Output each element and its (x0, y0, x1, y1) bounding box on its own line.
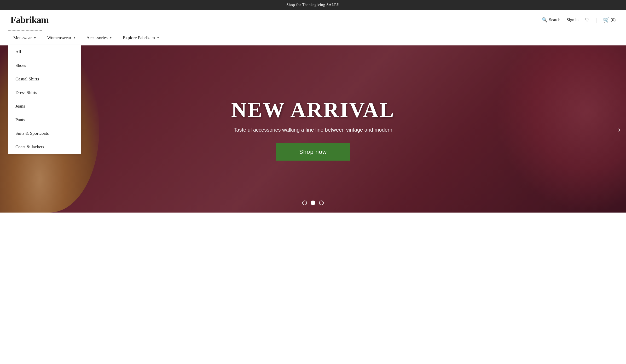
hero-section: NEW ARRIVAL Tasteful accessories walking… (0, 45, 626, 213)
hero-decoration-right (495, 45, 626, 213)
menswear-dropdown: All Shoes Casual Shirts Dress Shirts Jea… (8, 45, 81, 154)
chevron-down-icon: ▼ (73, 36, 76, 40)
nav-item-accessories[interactable]: Accessories ▼ (81, 31, 118, 45)
carousel-dot-1[interactable] (302, 201, 307, 205)
carousel-next-arrow[interactable]: › (618, 124, 621, 134)
cart-icon: 🛒 (603, 17, 610, 23)
nav-accessories-label: Accessories (86, 35, 108, 40)
nav-item-menswear[interactable]: Menswear ▼ (8, 30, 42, 45)
nav-explore-label: Explore Fabrikam (123, 35, 155, 40)
main-nav: Menswear ▼ All Shoes Casual Shirts Dress… (0, 30, 626, 45)
carousel-dot-2[interactable] (311, 201, 315, 205)
nav-menswear-label: Menswear (13, 35, 32, 40)
banner-text: Shop for Thanksgiving SALE!! (286, 3, 339, 7)
dropdown-item-jeans[interactable]: Jeans (8, 99, 81, 113)
chevron-down-icon: ▼ (109, 36, 112, 40)
nav-item-explore[interactable]: Explore Fabrikam ▼ (118, 31, 165, 45)
search-link[interactable]: 🔍 Search (542, 17, 560, 23)
dropdown-item-shoes[interactable]: Shoes (8, 59, 81, 72)
dropdown-item-casual-shirts[interactable]: Casual Shirts (8, 72, 81, 86)
search-label: Search (549, 17, 560, 22)
dropdown-item-coats[interactable]: Coats & Jackets (8, 140, 81, 154)
header: Fabrikam 🔍 Search Sign in ♡ | 🛒 (0) (0, 10, 626, 30)
site-logo[interactable]: Fabrikam (10, 14, 49, 25)
nav-item-womenswear[interactable]: Womenswear ▼ (42, 31, 81, 45)
chevron-down-icon: ▼ (33, 36, 37, 40)
search-icon: 🔍 (542, 17, 547, 23)
cart-count: (0) (611, 17, 616, 22)
hero-subtitle: Tasteful accessories walking a fine line… (231, 127, 395, 133)
chevron-down-icon: ▼ (156, 36, 160, 40)
dropdown-item-suits[interactable]: Suits & Sportcoats (8, 127, 81, 140)
carousel-dot-3[interactable] (319, 201, 324, 205)
header-actions: 🔍 Search Sign in ♡ | 🛒 (0) (542, 17, 616, 23)
dropdown-item-pants[interactable]: Pants (8, 113, 81, 127)
dropdown-item-all[interactable]: All (8, 45, 81, 59)
cart-link[interactable]: 🛒 (0) (603, 17, 616, 23)
carousel-dots (302, 201, 324, 205)
dropdown-item-dress-shirts[interactable]: Dress Shirts (8, 86, 81, 99)
hero-content: NEW ARRIVAL Tasteful accessories walking… (231, 98, 395, 161)
wishlist-icon[interactable]: ♡ (585, 17, 589, 23)
divider: | (596, 17, 597, 23)
nav-menswear-wrapper: Menswear ▼ All Shoes Casual Shirts Dress… (8, 30, 42, 45)
sign-in-link[interactable]: Sign in (567, 17, 579, 22)
hero-title: NEW ARRIVAL (231, 98, 395, 122)
top-banner: Shop for Thanksgiving SALE!! (0, 0, 626, 10)
nav-womenswear-label: Womenswear (47, 35, 71, 40)
shop-now-button[interactable]: Shop now (276, 143, 350, 161)
